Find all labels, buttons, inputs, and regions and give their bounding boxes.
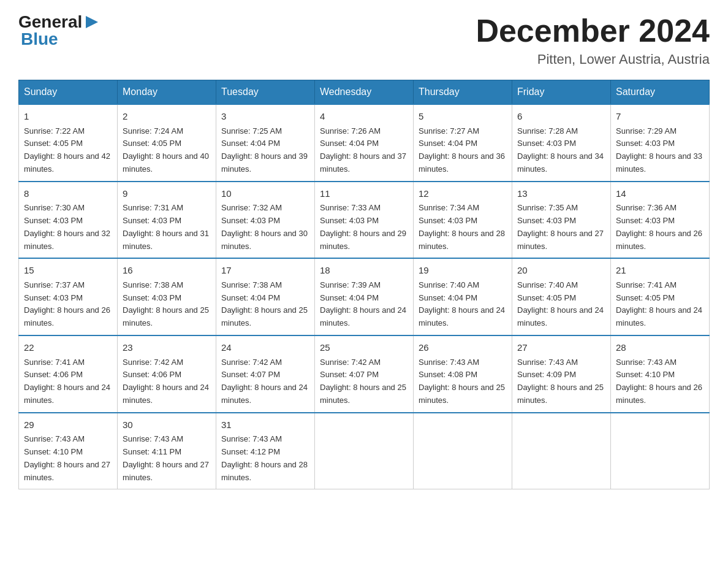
sunrise-label: Sunrise: 7:40 AM (517, 280, 578, 289)
calendar-cell: 6 Sunrise: 7:28 AM Sunset: 4:03 PM Dayli… (512, 104, 611, 182)
calendar-cell: 29 Sunrise: 7:43 AM Sunset: 4:10 PM Dayl… (19, 413, 118, 489)
daylight-label: Daylight: 8 hours and 26 minutes. (616, 229, 702, 251)
sunset-label: Sunset: 4:08 PM (419, 370, 477, 379)
daylight-label: Daylight: 8 hours and 37 minutes. (320, 151, 406, 174)
daylight-label: Daylight: 8 hours and 32 minutes. (24, 229, 110, 251)
daylight-label: Daylight: 8 hours and 24 minutes. (517, 305, 604, 327)
sunrise-label: Sunrise: 7:41 AM (24, 358, 85, 367)
day-number: 7 (616, 110, 704, 124)
month-title: December 2024 (476, 12, 710, 49)
sunrise-label: Sunrise: 7:43 AM (24, 434, 85, 443)
daylight-label: Daylight: 8 hours and 27 minutes. (24, 460, 110, 482)
sunrise-label: Sunrise: 7:42 AM (320, 358, 381, 367)
day-info: Sunrise: 7:33 AM Sunset: 4:03 PM Dayligh… (320, 202, 408, 253)
day-info: Sunrise: 7:41 AM Sunset: 4:06 PM Dayligh… (24, 356, 112, 407)
svg-marker-0 (86, 16, 98, 28)
calendar-cell: 10 Sunrise: 7:32 AM Sunset: 4:03 PM Dayl… (216, 182, 315, 259)
day-info: Sunrise: 7:38 AM Sunset: 4:04 PM Dayligh… (221, 279, 309, 330)
daylight-label: Daylight: 8 hours and 39 minutes. (221, 151, 308, 174)
sunrise-label: Sunrise: 7:34 AM (419, 203, 479, 212)
logo-blue-text: Blue (21, 29, 58, 49)
sunrise-label: Sunrise: 7:33 AM (320, 203, 381, 212)
sunset-label: Sunset: 4:04 PM (221, 139, 280, 148)
sunrise-label: Sunrise: 7:25 AM (221, 126, 282, 136)
logo: General Blue (18, 12, 100, 49)
calendar-table: Sunday Monday Tuesday Wednesday Thursday… (18, 80, 710, 489)
day-number: 2 (123, 110, 211, 124)
calendar-week-5: 29 Sunrise: 7:43 AM Sunset: 4:10 PM Dayl… (19, 413, 710, 489)
day-number: 14 (616, 187, 704, 201)
day-number: 6 (517, 110, 605, 124)
sunset-label: Sunset: 4:09 PM (517, 370, 576, 379)
day-info: Sunrise: 7:42 AM Sunset: 4:07 PM Dayligh… (221, 356, 309, 407)
sunrise-label: Sunrise: 7:41 AM (616, 280, 677, 289)
day-number: 22 (24, 341, 112, 355)
sunset-label: Sunset: 4:10 PM (616, 370, 675, 379)
day-info: Sunrise: 7:40 AM Sunset: 4:04 PM Dayligh… (419, 279, 507, 330)
daylight-label: Daylight: 8 hours and 24 minutes. (123, 383, 209, 405)
sunrise-label: Sunrise: 7:42 AM (123, 358, 183, 367)
calendar-cell: 8 Sunrise: 7:30 AM Sunset: 4:03 PM Dayli… (19, 182, 118, 259)
day-number: 8 (24, 187, 112, 201)
calendar-cell: 16 Sunrise: 7:38 AM Sunset: 4:03 PM Dayl… (118, 258, 216, 335)
daylight-label: Daylight: 8 hours and 24 minutes. (320, 305, 406, 327)
sunset-label: Sunset: 4:05 PM (517, 293, 576, 302)
sunrise-label: Sunrise: 7:42 AM (221, 358, 282, 367)
day-info: Sunrise: 7:25 AM Sunset: 4:04 PM Dayligh… (221, 125, 309, 176)
calendar-cell: 27 Sunrise: 7:43 AM Sunset: 4:09 PM Dayl… (512, 335, 611, 413)
day-number: 16 (123, 264, 211, 278)
logo-arrow-icon (83, 13, 100, 31)
sunset-label: Sunset: 4:04 PM (320, 139, 379, 148)
sunset-label: Sunset: 4:03 PM (123, 293, 181, 302)
day-info: Sunrise: 7:43 AM Sunset: 4:09 PM Dayligh… (517, 356, 605, 407)
sunrise-label: Sunrise: 7:27 AM (419, 126, 479, 136)
calendar-cell: 13 Sunrise: 7:35 AM Sunset: 4:03 PM Dayl… (512, 182, 611, 259)
day-info: Sunrise: 7:35 AM Sunset: 4:03 PM Dayligh… (517, 202, 605, 253)
day-number: 28 (616, 341, 704, 355)
sunrise-label: Sunrise: 7:43 AM (517, 358, 578, 367)
daylight-label: Daylight: 8 hours and 27 minutes. (123, 460, 209, 482)
daylight-label: Daylight: 8 hours and 26 minutes. (24, 305, 110, 327)
sunset-label: Sunset: 4:05 PM (123, 139, 181, 148)
day-number: 23 (123, 341, 211, 355)
sunrise-label: Sunrise: 7:43 AM (221, 434, 282, 443)
calendar-cell: 2 Sunrise: 7:24 AM Sunset: 4:05 PM Dayli… (118, 104, 216, 182)
day-info: Sunrise: 7:43 AM Sunset: 4:10 PM Dayligh… (616, 356, 704, 407)
calendar-cell: 24 Sunrise: 7:42 AM Sunset: 4:07 PM Dayl… (216, 335, 315, 413)
sunset-label: Sunset: 4:06 PM (123, 370, 181, 379)
calendar-cell: 28 Sunrise: 7:43 AM Sunset: 4:10 PM Dayl… (611, 335, 710, 413)
calendar-week-2: 8 Sunrise: 7:30 AM Sunset: 4:03 PM Dayli… (19, 182, 710, 259)
daylight-label: Daylight: 8 hours and 36 minutes. (419, 151, 505, 174)
sunset-label: Sunset: 4:05 PM (24, 139, 83, 148)
header-thursday: Thursday (414, 80, 512, 105)
sunset-label: Sunset: 4:11 PM (123, 447, 181, 456)
sunset-label: Sunset: 4:03 PM (24, 293, 83, 302)
sunset-label: Sunset: 4:03 PM (123, 216, 181, 225)
sunset-label: Sunset: 4:04 PM (419, 139, 477, 148)
day-info: Sunrise: 7:39 AM Sunset: 4:04 PM Dayligh… (320, 279, 408, 330)
page-header: General Blue December 2024 Pitten, Lower… (18, 12, 710, 67)
day-info: Sunrise: 7:37 AM Sunset: 4:03 PM Dayligh… (24, 279, 112, 330)
calendar-cell: 5 Sunrise: 7:27 AM Sunset: 4:04 PM Dayli… (414, 104, 512, 182)
location: Pitten, Lower Austria, Austria (476, 52, 710, 67)
day-number: 19 (419, 264, 507, 278)
day-number: 29 (24, 418, 112, 432)
day-number: 31 (221, 418, 309, 432)
sunset-label: Sunset: 4:04 PM (320, 293, 379, 302)
sunset-label: Sunset: 4:05 PM (616, 293, 675, 302)
sunset-label: Sunset: 4:03 PM (320, 216, 379, 225)
header-saturday: Saturday (611, 80, 710, 105)
sunset-label: Sunset: 4:03 PM (419, 216, 477, 225)
sunset-label: Sunset: 4:12 PM (221, 447, 280, 456)
daylight-label: Daylight: 8 hours and 24 minutes. (24, 383, 110, 405)
day-number: 4 (320, 110, 408, 124)
daylight-label: Daylight: 8 hours and 31 minutes. (123, 229, 209, 251)
sunrise-label: Sunrise: 7:28 AM (517, 126, 578, 136)
sunrise-label: Sunrise: 7:29 AM (616, 126, 677, 136)
day-number: 21 (616, 264, 704, 278)
day-number: 30 (123, 418, 211, 432)
daylight-label: Daylight: 8 hours and 40 minutes. (123, 151, 209, 174)
sunset-label: Sunset: 4:03 PM (24, 216, 83, 225)
sunset-label: Sunset: 4:03 PM (517, 139, 576, 148)
sunrise-label: Sunrise: 7:31 AM (123, 203, 183, 212)
